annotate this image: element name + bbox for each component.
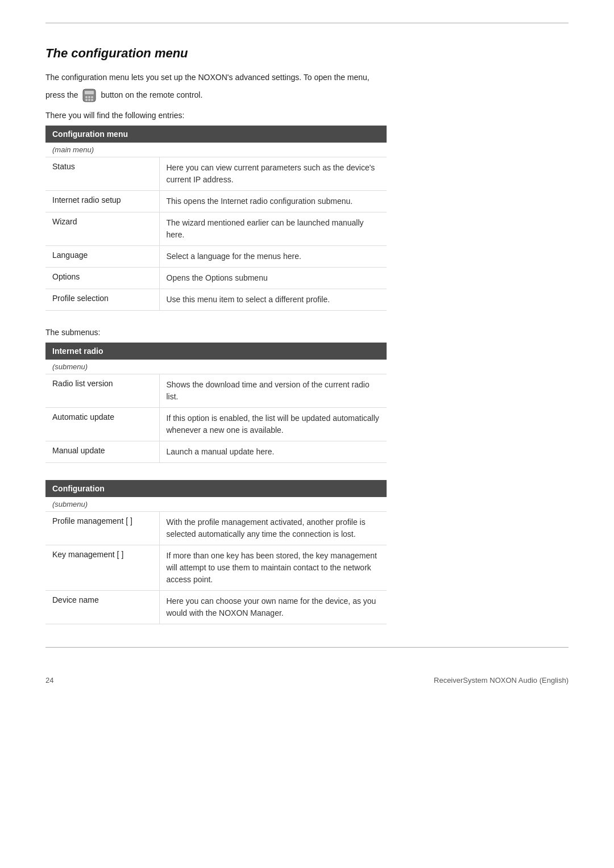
svg-rect-1 bbox=[85, 91, 94, 94]
menu-item: Profile management [ ] bbox=[45, 512, 159, 545]
config-menu-header: Configuration menu bbox=[45, 126, 387, 143]
menu-item: Status bbox=[45, 157, 159, 191]
internet-radio-header-row: Internet radio bbox=[45, 343, 387, 360]
svg-point-4 bbox=[91, 96, 93, 98]
menu-item: Options bbox=[45, 268, 159, 289]
menu-description: The wizard mentioned earlier can be laun… bbox=[159, 212, 387, 246]
intro-line2: press the button on the remote control. bbox=[45, 88, 569, 103]
config-menu-subheader: (main menu) bbox=[45, 143, 387, 157]
menu-description: Use this menu item to select a different… bbox=[159, 289, 387, 311]
menu-item: Radio list version bbox=[45, 374, 159, 408]
menu-item: Profile selection bbox=[45, 289, 159, 311]
menu-description: If this option is enabled, the list will… bbox=[159, 408, 387, 441]
config-submenu-header-row: Configuration bbox=[45, 480, 387, 497]
configuration-submenu-table: Configuration (submenu) Profile manageme… bbox=[45, 480, 387, 624]
footer-page-number: 24 bbox=[45, 676, 53, 685]
table-row: WizardThe wizard mentioned earlier can b… bbox=[45, 212, 387, 246]
table-row: Automatic updateIf this option is enable… bbox=[45, 408, 387, 441]
menu-description: Here you can view current parameters suc… bbox=[159, 157, 387, 191]
menu-item: Manual update bbox=[45, 441, 159, 463]
internet-radio-header: Internet radio bbox=[45, 343, 387, 360]
menu-item: Key management [ ] bbox=[45, 545, 159, 591]
remote-button-icon bbox=[80, 88, 98, 103]
submenus-label: The submenus: bbox=[45, 328, 569, 337]
config-menu-table: Configuration menu (main menu) StatusHer… bbox=[45, 126, 387, 311]
config-menu-header-row: Configuration menu bbox=[45, 126, 387, 143]
menu-item: Device name bbox=[45, 591, 159, 624]
menu-description: Here you can choose your own name for th… bbox=[159, 591, 387, 624]
svg-point-3 bbox=[88, 96, 90, 98]
svg-point-2 bbox=[85, 96, 88, 98]
menu-description: Select a language for the menus here. bbox=[159, 246, 387, 268]
svg-point-5 bbox=[85, 99, 88, 101]
table-row: StatusHere you can view current paramete… bbox=[45, 157, 387, 191]
page-container: The configuration menu The configuration… bbox=[0, 0, 614, 719]
menu-description: With the profile management activated, a… bbox=[159, 512, 387, 545]
config-submenu-subheader: (submenu) bbox=[45, 497, 387, 512]
menu-description: If more than one key has been stored, th… bbox=[159, 545, 387, 591]
top-rule bbox=[45, 23, 569, 23]
internet-radio-table: Internet radio (submenu) Radio list vers… bbox=[45, 343, 387, 463]
menu-item: Internet radio setup bbox=[45, 191, 159, 212]
page-title: The configuration menu bbox=[45, 46, 569, 61]
bottom-rule bbox=[45, 647, 569, 648]
table-row: Radio list versionShows the download tim… bbox=[45, 374, 387, 408]
menu-item: Language bbox=[45, 246, 159, 268]
menu-item: Wizard bbox=[45, 212, 159, 246]
menu-description: Shows the download time and version of t… bbox=[159, 374, 387, 408]
intro-line1: The configuration menu lets you set up t… bbox=[45, 71, 569, 84]
menu-description: Launch a manual update here. bbox=[159, 441, 387, 463]
footer: 24 ReceiverSystem NOXON Audio (English) bbox=[45, 676, 569, 685]
config-submenu-subheader-row: (submenu) bbox=[45, 497, 387, 512]
table-row: Profile selectionUse this menu item to s… bbox=[45, 289, 387, 311]
menu-description: Opens the Options submenu bbox=[159, 268, 387, 289]
menu-description: This opens the Internet radio configurat… bbox=[159, 191, 387, 212]
table-row: OptionsOpens the Options submenu bbox=[45, 268, 387, 289]
table-row: Key management [ ]If more than one key h… bbox=[45, 545, 387, 591]
svg-point-7 bbox=[91, 99, 93, 101]
table-row: Internet radio setupThis opens the Inter… bbox=[45, 191, 387, 212]
footer-brand: ReceiverSystem NOXON Audio (English) bbox=[434, 676, 569, 685]
svg-point-6 bbox=[88, 99, 90, 101]
internet-radio-subheader: (submenu) bbox=[45, 360, 387, 374]
entries-label: There you will find the following entrie… bbox=[45, 111, 569, 120]
table-row: Device nameHere you can choose your own … bbox=[45, 591, 387, 624]
table-row: Profile management [ ]With the profile m… bbox=[45, 512, 387, 545]
menu-item: Automatic update bbox=[45, 408, 159, 441]
internet-radio-subheader-row: (submenu) bbox=[45, 360, 387, 374]
config-submenu-header: Configuration bbox=[45, 480, 387, 497]
table-row: LanguageSelect a language for the menus … bbox=[45, 246, 387, 268]
config-menu-subheader-row: (main menu) bbox=[45, 143, 387, 157]
table-row: Manual updateLaunch a manual update here… bbox=[45, 441, 387, 463]
